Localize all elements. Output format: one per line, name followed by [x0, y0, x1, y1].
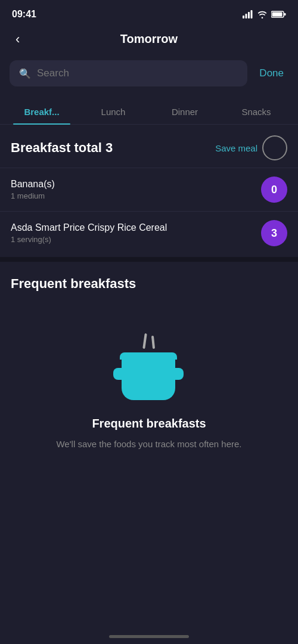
food-serving-banana: 1 medium [11, 191, 55, 200]
food-name-cereal: Asda Smart Price Crispy Rice Cereal [11, 222, 167, 233]
steam-line-2 [151, 336, 155, 349]
section-divider [0, 257, 298, 262]
steam-line-1 [142, 333, 147, 349]
tabs-container: Breakf... Lunch Dinner Snacks [0, 98, 298, 125]
search-input[interactable] [37, 67, 238, 79]
back-button[interactable]: ‹ [11, 29, 24, 49]
status-bar: 09:41 [0, 0, 298, 26]
food-item-banana[interactable]: Banana(s) 1 medium 0 [0, 168, 298, 211]
battery-icon [271, 10, 286, 18]
wifi-icon [257, 10, 268, 18]
breakfast-section-header: Breakfast total 3 Save meal [0, 125, 298, 168]
svg-rect-2 [248, 12, 250, 18]
pot-lid [120, 352, 177, 360]
food-name-banana: Banana(s) [11, 179, 55, 190]
food-info-banana: Banana(s) 1 medium [11, 179, 55, 200]
steam-icon [122, 331, 177, 349]
food-calories-banana: 0 [261, 177, 287, 203]
save-meal-button[interactable]: Save meal [215, 143, 257, 153]
svg-rect-0 [243, 16, 244, 18]
tab-breakfast[interactable]: Breakf... [6, 98, 77, 124]
signal-icon [243, 10, 253, 18]
empty-state-title: Frequent breakfasts [92, 417, 206, 431]
save-meal-circle[interactable] [262, 135, 287, 160]
svg-rect-6 [284, 13, 286, 16]
done-button[interactable]: Done [254, 65, 288, 82]
tab-snacks[interactable]: Snacks [221, 98, 292, 124]
pot-handle-left [113, 368, 122, 380]
food-list: Banana(s) 1 medium 0 Asda Smart Price Cr… [0, 168, 298, 255]
home-indicator [0, 626, 298, 644]
search-container: 🔍 Done [0, 54, 298, 95]
search-icon: 🔍 [19, 68, 31, 79]
pot-body [122, 360, 175, 400]
search-row: 🔍 Done [10, 60, 288, 86]
status-icons [243, 10, 286, 18]
status-time: 09:41 [12, 9, 36, 20]
svg-rect-5 [272, 13, 283, 17]
search-input-area[interactable]: 🔍 [10, 60, 247, 86]
pot-handle-right [175, 368, 184, 380]
empty-state: Frequent breakfasts We'll save the foods… [0, 301, 298, 475]
frequent-breakfasts-label: Frequent breakfasts [11, 276, 287, 292]
tab-lunch[interactable]: Lunch [77, 98, 149, 124]
frequent-header: Frequent breakfasts [0, 262, 298, 301]
food-info-cereal: Asda Smart Price Crispy Rice Cereal 1 se… [11, 222, 167, 244]
pot-icon [122, 331, 177, 402]
empty-state-description: We'll save the foods you track most ofte… [56, 438, 241, 451]
page-title: Tomorrow [120, 32, 178, 46]
food-serving-cereal: 1 serving(s) [11, 235, 167, 244]
breakfast-total-label: Breakfast total 3 [11, 140, 113, 156]
home-bar [109, 635, 189, 638]
svg-rect-3 [251, 10, 253, 18]
save-meal-area: Save meal [215, 135, 287, 160]
food-calories-cereal: 3 [261, 220, 287, 246]
food-item-cereal[interactable]: Asda Smart Price Crispy Rice Cereal 1 se… [0, 211, 298, 255]
page-header: ‹ Tomorrow [0, 26, 298, 54]
svg-rect-1 [246, 14, 247, 18]
tab-dinner[interactable]: Dinner [149, 98, 221, 124]
